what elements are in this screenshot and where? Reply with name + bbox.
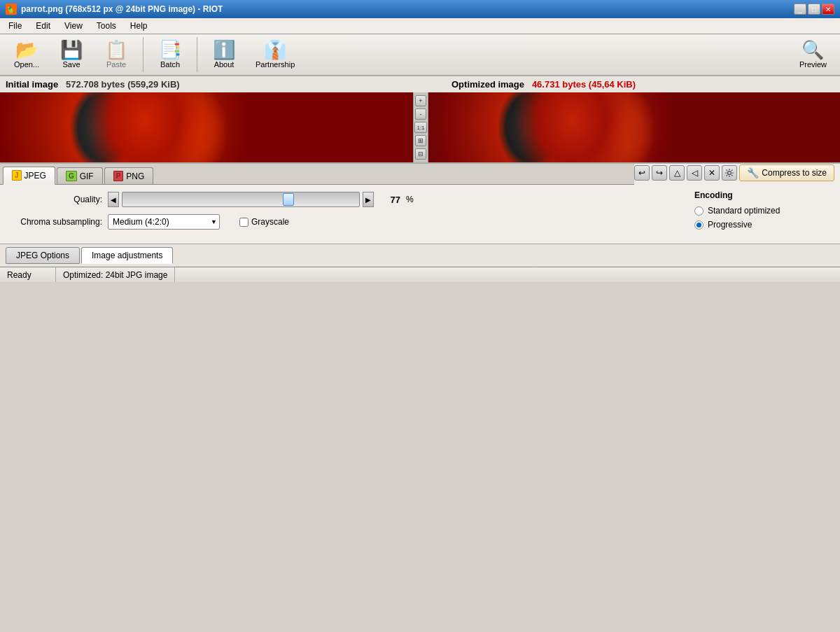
quality-row: Quality: ◀ ▶ 77 % <box>11 192 661 207</box>
format-tabs: J JPEG G GIF P PNG <box>0 164 634 185</box>
batch-button[interactable]: 📑 Batch <box>149 37 191 72</box>
progressive-row: Progressive <box>694 220 832 230</box>
optimized-parrot-image <box>428 92 840 162</box>
tab-action-buttons: ↩ ↪ △ ◁ ✕ 🔧 Compress to size <box>634 164 840 184</box>
quality-slider-thumb[interactable] <box>283 193 294 206</box>
progressive-radio[interactable] <box>694 220 704 230</box>
tab-jpeg[interactable]: J JPEG <box>3 167 55 185</box>
image-headers: Initial image 572.708 bytes (559,29 KiB)… <box>0 76 840 92</box>
options-area: Quality: ◀ ▶ 77 % Chroma subsampling: <box>0 185 840 244</box>
toolbar-separator-2 <box>197 37 197 72</box>
svg-point-0 <box>728 171 732 175</box>
menu-tools[interactable]: Tools <box>91 20 122 32</box>
bottom-tabs-row: JPEG Options Image adjustments <box>0 244 840 267</box>
original-parrot-image <box>0 92 413 162</box>
about-icon: ℹ️ <box>213 41 235 59</box>
window-controls: _ □ ✕ <box>794 3 834 15</box>
paste-label: Paste <box>106 60 126 69</box>
flip-h-button[interactable]: ◁ <box>687 165 702 181</box>
zoom-reset-button[interactable]: 1:1 <box>414 122 427 133</box>
maximize-button[interactable]: □ <box>808 3 820 15</box>
compress-label: Compress to size <box>762 168 827 178</box>
image-adjustments-tab[interactable]: Image adjustments <box>81 247 173 264</box>
app-icon: 🦜 <box>6 3 17 15</box>
tab-png-label: PNG <box>126 171 144 181</box>
partnership-label: Partnership <box>255 60 295 69</box>
status-bar: Ready Optimized: 24bit JPG image <box>0 267 840 282</box>
window-title: parrot.png (768x512 px @ 24bit PNG image… <box>21 4 223 14</box>
open-icon: 📂 <box>15 41 38 59</box>
jpeg-tab-icon: J <box>12 170 22 181</box>
grayscale-row: Grayscale <box>239 217 289 227</box>
zoom-in-button[interactable]: + <box>415 95 426 106</box>
initial-image-header: Initial image 572.708 bytes (559,29 KiB) <box>6 79 422 90</box>
open-button[interactable]: 📂 Open... <box>6 37 48 72</box>
zoom-out-button[interactable]: - <box>415 108 426 120</box>
save-label: Save <box>62 60 80 69</box>
chroma-select[interactable]: None (4:4:4) Low (4:1:1) Medium (4:2:0) … <box>108 214 220 230</box>
tab-png[interactable]: P PNG <box>104 167 154 184</box>
menu-bar: File Edit View Tools Help <box>0 18 840 34</box>
delete-button[interactable]: ✕ <box>704 165 720 181</box>
initial-image-label: Initial image <box>6 79 58 90</box>
batch-icon: 📑 <box>159 41 181 59</box>
menu-help[interactable]: Help <box>125 20 153 32</box>
grayscale-checkbox[interactable] <box>239 218 248 227</box>
standard-optimized-radio[interactable] <box>694 206 704 216</box>
flip-v-button[interactable]: △ <box>669 165 685 181</box>
paste-button[interactable]: 📋 Paste <box>95 37 137 72</box>
settings-button[interactable] <box>722 165 737 181</box>
save-button[interactable]: 💾 Save <box>50 37 92 72</box>
quality-slider[interactable] <box>122 192 360 207</box>
toolbar-separator <box>143 37 144 72</box>
redo-button[interactable]: ↪ <box>652 165 667 181</box>
quality-decrease-button[interactable]: ◀ <box>108 192 119 207</box>
preview-icon: 🔍 <box>802 41 824 59</box>
quality-label: Quality: <box>11 195 102 204</box>
preview-label: Preview <box>799 60 827 69</box>
settings-icon <box>724 168 734 178</box>
fit-button[interactable]: ⊞ <box>415 135 426 146</box>
progressive-label: Progressive <box>708 220 752 230</box>
initial-image-size: 572.708 bytes (559,29 KiB) <box>61 79 180 90</box>
jpeg-options-tab[interactable]: JPEG Options <box>6 247 80 264</box>
png-tab-icon: P <box>113 171 124 181</box>
toolbar: 📂 Open... 💾 Save 📋 Paste 📑 Batch ℹ️ Abou… <box>0 34 840 76</box>
minimize-button[interactable]: _ <box>794 3 806 15</box>
optimized-image-size: 46.731 bytes (45,64 KiB) <box>527 79 636 90</box>
image-panels: + - 1:1 ⊞ ⊟ <box>0 92 840 162</box>
tab-gif[interactable]: G GIF <box>57 167 103 184</box>
optimized-image-panel <box>428 92 840 162</box>
chroma-select-wrapper: None (4:4:4) Low (4:1:1) Medium (4:2:0) … <box>108 214 220 230</box>
optimized-image-header: Optimized image 46.731 bytes (45,64 KiB) <box>438 79 834 90</box>
compress-to-size-button[interactable]: 🔧 Compress to size <box>739 164 834 181</box>
paste-icon: 📋 <box>105 41 127 59</box>
standard-optimized-row: Standard optimized <box>694 206 832 216</box>
status-info: Optimized: 24bit JPG image <box>56 267 175 282</box>
about-button[interactable]: ℹ️ About <box>203 37 245 72</box>
menu-file[interactable]: File <box>3 20 27 32</box>
menu-edit[interactable]: Edit <box>30 20 56 32</box>
open-label: Open... <box>14 60 39 69</box>
menu-view[interactable]: View <box>59 20 88 32</box>
bottom-panel: J JPEG G GIF P PNG ↩ ↪ △ ◁ ✕ <box>0 162 840 267</box>
preview-button[interactable]: 🔍 Preview <box>792 37 834 72</box>
format-tabs-row: J JPEG G GIF P PNG ↩ ↪ △ ◁ ✕ <box>0 164 840 185</box>
batch-label: Batch <box>160 60 180 69</box>
sync-button[interactable]: ⊟ <box>415 148 426 160</box>
tab-gif-label: GIF <box>80 171 94 181</box>
optimized-image-label: Optimized image <box>451 79 524 90</box>
quality-percent: % <box>406 195 414 204</box>
grayscale-label: Grayscale <box>251 217 289 227</box>
quality-value: 77 <box>379 195 400 205</box>
original-image-panel <box>0 92 413 162</box>
standard-optimized-label: Standard optimized <box>708 206 780 216</box>
encoding-title: Encoding <box>694 190 832 200</box>
partnership-button[interactable]: 👔 Partnership <box>248 37 302 72</box>
encoding-options: Encoding Standard optimized Progressive <box>686 185 840 239</box>
quality-increase-button[interactable]: ▶ <box>363 192 374 207</box>
options-panel: Quality: ◀ ▶ 77 % Chroma subsampling: <box>0 185 672 244</box>
close-button[interactable]: ✕ <box>822 3 834 15</box>
save-icon: 💾 <box>60 41 83 59</box>
undo-button[interactable]: ↩ <box>634 165 650 181</box>
